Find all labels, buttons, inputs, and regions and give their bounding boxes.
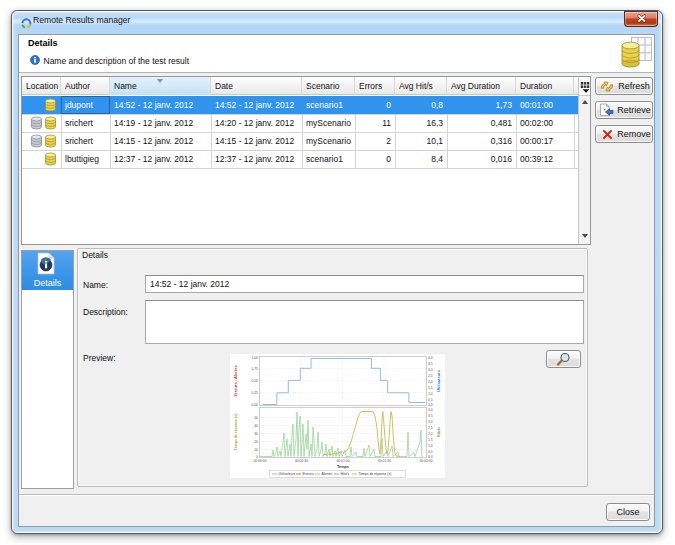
svg-text:1,00: 1,00	[251, 356, 258, 360]
svg-text:0,25: 0,25	[251, 391, 258, 395]
svg-text:40: 40	[254, 424, 258, 428]
svg-text:3,0: 3,0	[428, 368, 433, 372]
svg-text:Temps de réponse (s): Temps de réponse (s)	[234, 413, 238, 451]
svg-text:1,0: 1,0	[428, 392, 433, 396]
svg-text:1,5: 1,5	[428, 386, 433, 390]
svg-text:0,00: 0,00	[251, 403, 258, 407]
svg-text:1,5: 1,5	[428, 438, 433, 442]
svg-text:Hits/s: Hits/s	[341, 472, 350, 476]
svg-text:1,0: 1,0	[428, 444, 433, 448]
svg-text:Erreurs: Erreurs	[303, 472, 314, 476]
svg-text:20: 20	[254, 440, 258, 444]
svg-text:4,0: 4,0	[428, 356, 433, 360]
svg-text:2,0: 2,0	[428, 380, 433, 384]
svg-text:00:00:30: 00:00:30	[295, 459, 308, 463]
svg-text:Alertes: Alertes	[322, 472, 333, 476]
svg-text:Utilisateurs: Utilisateurs	[436, 369, 441, 392]
svg-text:2,0: 2,0	[428, 432, 433, 436]
svg-text:0,5: 0,5	[428, 450, 433, 454]
svg-text:Erreurs : Alertes: Erreurs : Alertes	[233, 365, 238, 397]
svg-text:50: 50	[254, 416, 258, 420]
svg-text:10: 10	[254, 448, 258, 452]
svg-text:2,5: 2,5	[428, 426, 433, 430]
svg-text:3,5: 3,5	[428, 414, 433, 418]
svg-text:00:00:00: 00:00:00	[253, 459, 266, 463]
svg-text:4,0: 4,0	[428, 408, 433, 412]
svg-text:2,5: 2,5	[428, 374, 433, 378]
svg-text:Utilisateurs: Utilisateurs	[279, 472, 296, 476]
svg-text:Hits/s: Hits/s	[437, 427, 441, 437]
svg-text:3,0: 3,0	[428, 420, 433, 424]
svg-text:00:01:00: 00:01:00	[336, 459, 349, 463]
svg-text:Temps: Temps	[337, 465, 349, 469]
svg-text:0,5: 0,5	[428, 398, 433, 402]
svg-text:3,5: 3,5	[428, 362, 433, 366]
svg-text:0,75: 0,75	[251, 367, 258, 371]
svg-text:Temps de réponse (s): Temps de réponse (s)	[359, 472, 392, 476]
svg-text:0,50: 0,50	[251, 379, 258, 383]
svg-text:0,0: 0,0	[428, 403, 433, 407]
svg-text:00:01:30: 00:01:30	[378, 459, 391, 463]
svg-text:00:02:00: 00:02:00	[419, 459, 432, 463]
svg-text:30: 30	[254, 432, 258, 436]
